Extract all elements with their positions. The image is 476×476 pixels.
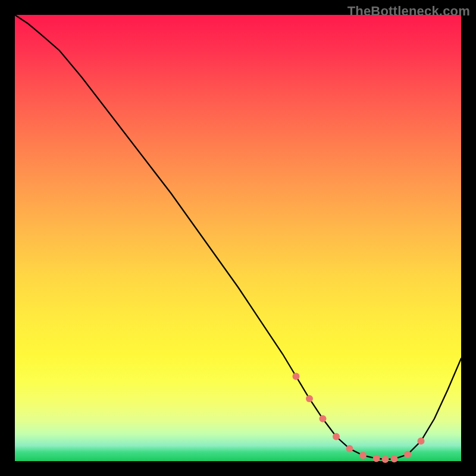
data-point-marker [418, 437, 425, 444]
data-point-marker [346, 445, 353, 452]
data-point-marker [359, 452, 367, 459]
data-point-marker [293, 373, 300, 380]
data-point-marker [306, 395, 313, 402]
chart-svg [0, 0, 476, 476]
data-point-marker [320, 415, 327, 422]
data-point-marker [373, 455, 380, 462]
data-point-marker [333, 433, 340, 440]
data-point-marker [404, 451, 411, 458]
data-point-marker [382, 456, 389, 463]
data-point-marker [391, 455, 398, 462]
bottleneck-curve [15, 15, 461, 459]
